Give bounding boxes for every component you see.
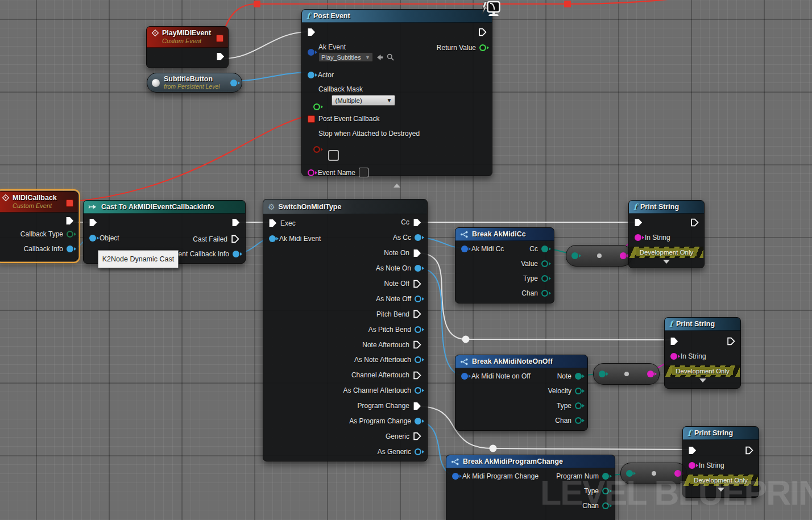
post-event-callback-pin[interactable] — [308, 115, 315, 123]
program-num-out-pin[interactable] — [602, 473, 609, 480]
actor-pin[interactable] — [308, 72, 314, 78]
note-on-exec-pin[interactable] — [413, 249, 421, 257]
as-channel-aftertouch-pin[interactable] — [415, 387, 421, 394]
expand-node-arrow[interactable] — [699, 378, 706, 382]
as-program-change-pin[interactable] — [415, 418, 421, 425]
conversion-node-byte-to-text-2[interactable] — [593, 363, 660, 385]
exec-out-pin[interactable] — [231, 218, 240, 227]
stop-when-attached-pin[interactable] — [313, 146, 320, 153]
browse-asset-icon[interactable] — [387, 53, 394, 61]
as-note-off-pin[interactable] — [415, 296, 421, 302]
node-print-string-2[interactable]: f Print String In String Development Onl… — [664, 317, 741, 389]
node-break-akmidicc[interactable]: Break AkMidiCc Ak Midi Cc Cc Value Type … — [455, 227, 554, 303]
conv-in-pin[interactable] — [599, 371, 606, 377]
node-play-midi-event[interactable]: PlayMIDIEvent Custom Event — [146, 26, 229, 68]
switch-gear-icon: ⚙ — [268, 203, 275, 211]
channel-aftertouch-exec-pin[interactable] — [413, 371, 421, 380]
expand-node-arrow[interactable] — [718, 488, 724, 492]
callback-info-pin[interactable] — [67, 246, 73, 252]
exec-out-pin[interactable] — [478, 28, 487, 36]
node-print-string-3[interactable]: f Print String In String Development Onl… — [682, 426, 759, 498]
ak-midi-program-change-pin[interactable] — [452, 473, 459, 480]
program-change-exec-pin[interactable] — [413, 402, 421, 410]
node-break-akmidinoteonoff[interactable]: Break AkMidiNoteOnOff Ak Midi Note on Of… — [455, 355, 588, 431]
delegate-pin[interactable] — [216, 35, 223, 42]
collapse-node-arrow[interactable] — [393, 184, 400, 188]
conv-out-pin[interactable] — [620, 252, 627, 259]
chan-out-pin[interactable] — [602, 502, 609, 509]
cc-out-pin[interactable] — [541, 246, 548, 252]
cc-exec-pin[interactable] — [413, 218, 421, 227]
note-aftertouch-exec-pin[interactable] — [413, 340, 421, 349]
chan-out-pin[interactable] — [575, 417, 582, 424]
conv-out-pin[interactable] — [674, 470, 681, 477]
ak-midi-note-on-off-pin[interactable] — [461, 373, 468, 380]
conv-out-pin[interactable] — [647, 371, 654, 377]
pitch-bend-exec-pin[interactable] — [413, 310, 421, 318]
callback-mask-dropdown[interactable]: (Multiple)▼ — [332, 95, 395, 106]
exec-in-pin[interactable] — [634, 218, 643, 227]
delegate-pin[interactable] — [66, 199, 73, 207]
exec-out-pin[interactable] — [745, 446, 753, 455]
node-post-event[interactable]: f Post Event Ak Event Play_Subtitles▼ Re… — [301, 9, 492, 176]
in-string-pin[interactable] — [670, 353, 677, 360]
note-off-exec-pin[interactable] — [413, 280, 421, 288]
type-out-pin[interactable] — [575, 402, 582, 409]
stop-when-attached-checkbox[interactable] — [328, 150, 339, 161]
type-out-pin[interactable] — [541, 275, 548, 282]
node-midi-callback[interactable]: MIDICallback Custom Event Callback Type … — [0, 191, 78, 261]
return-value-pin[interactable] — [479, 44, 486, 51]
in-string-pin[interactable] — [689, 462, 695, 469]
node-break-akmidiprogramchange[interactable]: Break AkMidiProgramChange Ak Midi Progra… — [446, 455, 615, 520]
pin-label-as-note-off: As Note Off — [376, 295, 411, 303]
value-out-pin[interactable] — [541, 260, 548, 267]
expand-node-arrow[interactable] — [663, 260, 670, 264]
blueprint-graph-canvas[interactable]: { "watermark": "LEVEL BLUEPRINT", "toolt… — [0, 0, 812, 520]
pin-label-note-aftertouch: Note Aftertouch — [362, 341, 409, 349]
event-name-pin[interactable] — [308, 169, 314, 176]
exec-in-pin[interactable] — [688, 446, 697, 455]
exec-in-pin[interactable] — [670, 337, 678, 346]
as-generic-pin[interactable] — [415, 448, 421, 455]
as-callback-info-pin[interactable] — [233, 251, 239, 257]
ak-midi-cc-pin[interactable] — [461, 246, 468, 252]
generic-exec-pin[interactable] — [413, 432, 421, 440]
node-print-string-1[interactable]: f Print String In String Development Onl… — [628, 200, 705, 268]
as-note-aftertouch-pin[interactable] — [415, 356, 421, 363]
reroute-knot-exec-1[interactable] — [462, 336, 470, 343]
callback-type-pin[interactable] — [67, 231, 73, 238]
conversion-node-byte-to-text-3[interactable] — [620, 463, 687, 484]
ak-event-dropdown[interactable]: Play_Subtitles▼ — [318, 52, 373, 62]
callback-mask-pin[interactable] — [313, 103, 320, 110]
conversion-node-byte-to-text-1[interactable] — [566, 245, 632, 267]
in-string-pin[interactable] — [635, 234, 641, 241]
exec-in-pin[interactable] — [268, 219, 277, 227]
node-switch-on-midi-type[interactable]: ⚙ SwitchOnMidiType Exec Ak Midi Event Cc… — [263, 199, 428, 461]
node-subtitle-button[interactable]: SubtitleButton from Persistent Level — [147, 73, 242, 93]
exec-in-pin[interactable] — [307, 28, 316, 36]
reset-to-default-icon[interactable] — [376, 54, 384, 61]
variable-out-pin[interactable] — [230, 80, 237, 86]
reroute-knot-red-2[interactable] — [564, 1, 571, 7]
exec-out-pin[interactable] — [65, 217, 74, 225]
exec-out-pin[interactable] — [690, 218, 699, 227]
conv-in-pin[interactable] — [571, 252, 578, 259]
type-out-pin[interactable] — [602, 488, 609, 494]
ak-event-pin[interactable] — [308, 49, 314, 56]
reroute-knot-red-1[interactable] — [254, 1, 260, 7]
event-name-textbox[interactable] — [359, 168, 368, 177]
cast-failed-pin[interactable] — [231, 235, 239, 243]
exec-out-pin[interactable] — [727, 337, 735, 346]
chan-out-pin[interactable] — [541, 290, 548, 297]
note-out-pin[interactable] — [575, 373, 582, 380]
exec-out-pin[interactable] — [216, 52, 225, 61]
as-pitch-bend-pin[interactable] — [415, 326, 421, 333]
conv-in-pin[interactable] — [626, 470, 633, 477]
ak-midi-event-pin[interactable] — [269, 235, 276, 242]
velocity-out-pin[interactable] — [575, 388, 582, 394]
as-cc-pin[interactable] — [415, 234, 421, 241]
exec-in-pin[interactable] — [89, 218, 97, 227]
object-pin[interactable] — [89, 235, 96, 242]
as-note-on-pin[interactable] — [415, 265, 421, 272]
reroute-knot-exec-2[interactable] — [490, 445, 497, 452]
